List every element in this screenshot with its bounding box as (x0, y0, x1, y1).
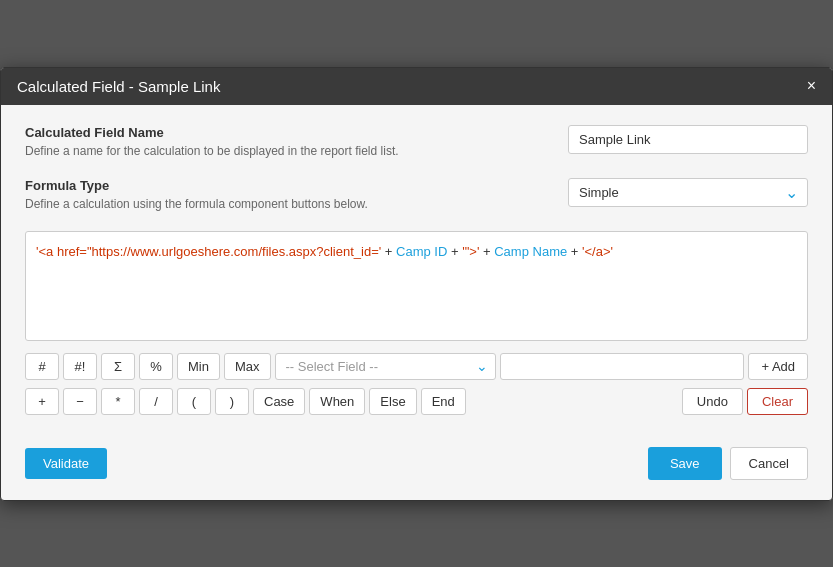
add-button[interactable]: + Add (748, 353, 808, 380)
plus-button[interactable]: + (25, 388, 59, 415)
end-button[interactable]: End (421, 388, 466, 415)
close-paren-button[interactable]: ) (215, 388, 249, 415)
field-name-input-block (568, 125, 808, 154)
calculated-field-name-group: Calculated Field Name Define a name for … (25, 125, 808, 158)
formula-type-select[interactable]: Simple Advanced (568, 178, 808, 207)
formula-type-group: Formula Type Define a calculation using … (25, 178, 808, 211)
formula-type-label-block: Formula Type Define a calculation using … (25, 178, 548, 211)
formula-type-label: Formula Type (25, 178, 548, 193)
sigma-button[interactable]: Σ (101, 353, 135, 380)
hash-excl-button[interactable]: #! (63, 353, 97, 380)
case-button[interactable]: Case (253, 388, 305, 415)
formula-type-input-block: Simple Advanced ⌄ (568, 178, 808, 207)
formula-editor[interactable]: '<a href="https://www.urlgoeshere.com/fi… (25, 231, 808, 341)
formula-content: '<a href="https://www.urlgoeshere.com/fi… (36, 244, 613, 259)
cancel-button[interactable]: Cancel (730, 447, 808, 480)
formula-toolbar-row2: + − * / ( ) Case When Else End Undo Clea… (25, 388, 808, 415)
close-button[interactable]: × (807, 78, 816, 94)
field-name-label-block: Calculated Field Name Define a name for … (25, 125, 548, 158)
open-paren-button[interactable]: ( (177, 388, 211, 415)
field-name-desc: Define a name for the calculation to be … (25, 144, 399, 158)
modal-body: Calculated Field Name Define a name for … (1, 105, 832, 435)
modal-title: Calculated Field - Sample Link (17, 78, 220, 95)
clear-button[interactable]: Clear (747, 388, 808, 415)
modal-dialog: Calculated Field - Sample Link × Calcula… (0, 67, 833, 501)
else-button[interactable]: Else (369, 388, 416, 415)
field-name-label: Calculated Field Name (25, 125, 548, 140)
validate-button[interactable]: Validate (25, 448, 107, 479)
max-button[interactable]: Max (224, 353, 271, 380)
modal-footer: Validate Save Cancel (1, 435, 832, 500)
formula-type-select-wrapper: Simple Advanced ⌄ (568, 178, 808, 207)
modal-header: Calculated Field - Sample Link × (1, 68, 832, 105)
multiply-button[interactable]: * (101, 388, 135, 415)
hash-button[interactable]: # (25, 353, 59, 380)
field-value-input[interactable] (500, 353, 744, 380)
save-button[interactable]: Save (648, 447, 722, 480)
min-button[interactable]: Min (177, 353, 220, 380)
undo-button[interactable]: Undo (682, 388, 743, 415)
percent-button[interactable]: % (139, 353, 173, 380)
formula-type-desc: Define a calculation using the formula c… (25, 197, 368, 211)
select-field-dropdown[interactable]: -- Select Field -- (275, 353, 497, 380)
formula-toolbar-row1: # #! Σ % Min Max -- Select Field -- ⌄ + … (25, 353, 808, 380)
field-name-input[interactable] (568, 125, 808, 154)
footer-actions: Save Cancel (648, 447, 808, 480)
when-button[interactable]: When (309, 388, 365, 415)
divide-button[interactable]: / (139, 388, 173, 415)
minus-button[interactable]: − (63, 388, 97, 415)
select-field-wrapper: -- Select Field -- ⌄ (275, 353, 497, 380)
